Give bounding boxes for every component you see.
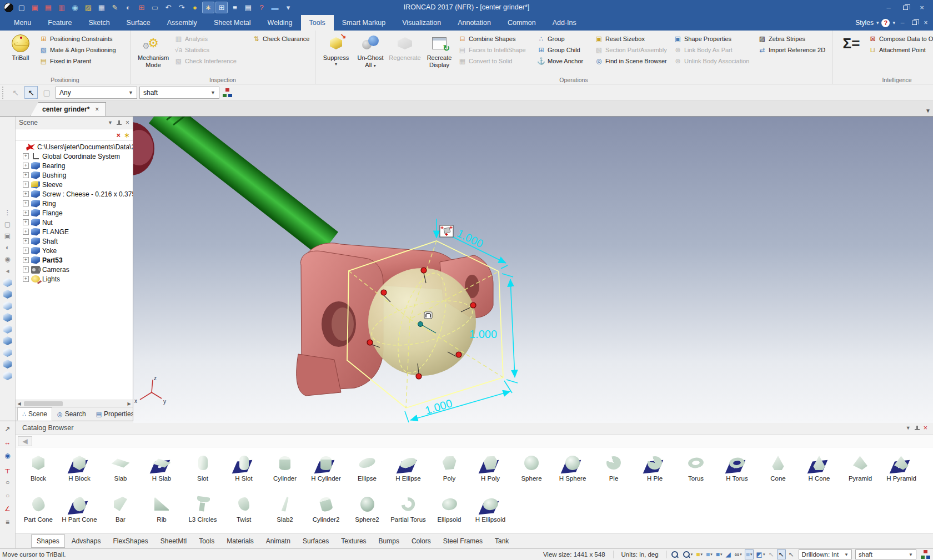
ribbon-options-chevron-icon[interactable]: ▾ [892,20,895,26]
edit-sketch-icon[interactable]: ✎ [109,2,121,13]
redo-icon[interactable]: ↷ [175,2,188,13]
catalog-item-Cone[interactable]: Cone [758,451,799,492]
ribbon-item[interactable]: ⇅Check Clearance [252,33,311,44]
view-preset-6[interactable] [3,336,12,345]
catalog-tab-Materials[interactable]: Materials [221,534,259,548]
display-cube-icon[interactable]: ■▾ [705,549,713,559]
panel-close-icon[interactable]: × [126,119,129,127]
tree-item[interactable]: +Nut [16,218,133,227]
assembly-hierarchy-icon[interactable] [223,88,233,97]
view-preset-3[interactable] [3,301,12,310]
tree-expander[interactable]: + [23,266,29,273]
catalog-item-Pie[interactable]: Pie [593,451,634,492]
view-preset-9[interactable] [3,371,12,380]
intelligence-sigma-button[interactable]: Σ= [836,32,867,54]
menu-tab-Sketch[interactable]: Sketch [80,15,118,31]
scroll-left-icon[interactable]: ◀ [16,401,23,406]
catalog-item-Sphere[interactable]: Sphere [511,451,552,492]
copy-stack-icon[interactable]: ▤ [242,2,254,13]
ribbon-item[interactable]: ⊟Combine Shapes [458,33,534,44]
ribbon-item[interactable]: ▨Zebra Stripes [758,33,828,44]
save-icon[interactable]: ▦ [96,2,108,13]
ribbon-item[interactable]: ⇄Import Reference 2D [758,44,828,56]
catalog-item-H Torus[interactable]: H Torus [716,451,758,492]
tree-expander[interactable]: + [23,172,29,178]
panel-tab-Scene[interactable]: ∴Scene [17,407,52,421]
catalog-tab-Animatn[interactable]: Animatn [260,534,296,548]
pin-icon[interactable] [117,120,122,125]
print-icon[interactable]: ▭ [149,2,161,13]
pan-arrow-icon[interactable]: ↗ [3,425,13,433]
catalog-tab-Surfaces[interactable]: Surfaces [297,534,334,548]
styles-chevron-icon[interactable]: ▾ [876,20,879,26]
tree-expander[interactable]: + [23,163,29,169]
ribbon-item[interactable]: ▧Section Part/Assembly [595,44,670,56]
tree-expander[interactable]: + [23,219,29,225]
menu-tab-Assembly[interactable]: Assembly [159,15,205,31]
zoom-in-icon[interactable] [670,549,680,559]
catalog-back-button[interactable]: ◀ [18,436,32,446]
ribbon-item[interactable]: ⊞Group Child [537,44,591,56]
tree-item[interactable]: +Shaft [16,236,133,246]
ribbon-item[interactable]: ∴Group [537,33,591,44]
view-preset-7[interactable] [3,348,12,357]
tree-item[interactable]: +Ring [16,199,133,208]
ribbon-item[interactable]: ⊠Compose Data to Original [869,33,933,44]
tree-item[interactable]: +Sleeve [16,180,133,189]
shape-select-dropdown[interactable]: shaft▼ [855,549,916,559]
viewport-3d[interactable]: 1.000 1.000 1.000 [133,117,933,421]
catalog-item-Part Cone[interactable]: Part Cone [18,492,59,533]
tree-item[interactable]: C:\Users\jeter\Documents\Data\2 [16,142,133,152]
circle-tool-icon[interactable]: ○ [3,491,13,500]
ribbon-item[interactable]: ⊞Positioning Constraints [39,33,126,44]
ribbon-item[interactable]: ⚓Move Anchor [537,56,591,67]
select-cursor-button[interactable]: ↖ [24,86,38,99]
menu-tab-Surface[interactable]: Surface [118,15,159,31]
unghost-all-button[interactable]: Un-Ghost All ▾ [353,32,388,68]
tree-item[interactable]: +Part53 [16,255,133,265]
radius-tool-icon[interactable]: ○ [3,478,13,487]
ribbon-item[interactable]: ◎Find in Scene Browser [595,56,670,67]
catalog-item-Sphere2[interactable]: Sphere2 [347,492,388,533]
catalog-item-Partial Torus[interactable]: Partial Torus [388,492,429,533]
smart-snap-icon[interactable]: ∗ [202,2,214,13]
tab-list-chevron-icon[interactable]: ▼ [925,108,931,114]
catalog-item-H Pyramid[interactable]: H Pyramid [881,451,922,492]
catalog-tab-Textures[interactable]: Textures [335,534,372,548]
ribbon-item[interactable]: ▤Faces to IntelliShape [458,44,534,56]
menu-tab-Sheet Metal[interactable]: Sheet Metal [205,15,259,31]
catalog-tab-Advshaps[interactable]: Advshaps [66,534,107,548]
move-select-button[interactable]: ↖ [9,86,22,99]
tree-item[interactable]: +Bushing [16,170,133,180]
bird-icon[interactable]: ● [189,2,201,13]
grid-panel-icon[interactable]: ⊞ [215,2,228,13]
selection-name-dropdown[interactable]: shaft▼ [139,87,219,99]
ribbon-item[interactable]: ⊛Link Body As Part [674,44,755,56]
wedge-icon[interactable]: ◢ [725,549,731,559]
tool-frame-icon[interactable]: ▢ [3,220,13,229]
catalog-item-Slab[interactable]: Slab [100,451,141,492]
catalog-item-H Cone[interactable]: H Cone [799,451,840,492]
catalog-item-Pyramid[interactable]: Pyramid [840,451,881,492]
menu-tab-Tools[interactable]: Tools [301,15,334,31]
tree-expander[interactable]: + [23,191,29,197]
catalog-item-Cylinder[interactable]: Cylinder [264,451,305,492]
ruler-icon[interactable]: ≡ [3,518,13,527]
scroll-right-icon[interactable]: ▶ [126,401,133,406]
catalog-item-Ellipsoid[interactable]: Ellipsoid [429,492,470,533]
locate-in-tree-icon[interactable]: ∗ [124,131,130,139]
catalog-tab-Colors[interactable]: Colors [406,534,437,548]
dimension-icon[interactable]: ┬ [3,465,13,473]
view-preset-5[interactable] [3,325,12,334]
catalog-item-H Poly[interactable]: H Poly [470,451,511,492]
catalog-tab-Steel Frames[interactable]: Steel Frames [438,534,488,548]
overflow-chevron-icon[interactable]: ▾ [282,2,294,13]
tree-item[interactable]: +Global Coordinate System [16,152,133,161]
view-preset-4[interactable] [3,313,12,322]
catalog-item-Bar[interactable]: Bar [100,492,141,533]
tree-expander[interactable]: + [23,153,29,159]
add-part-icon[interactable]: ⊞ [136,2,148,13]
new-sheet-icon[interactable]: ▥ [56,2,68,13]
catalog-item-Torus[interactable]: Torus [675,451,716,492]
regenerate-button[interactable]: Regenerate [388,32,422,62]
